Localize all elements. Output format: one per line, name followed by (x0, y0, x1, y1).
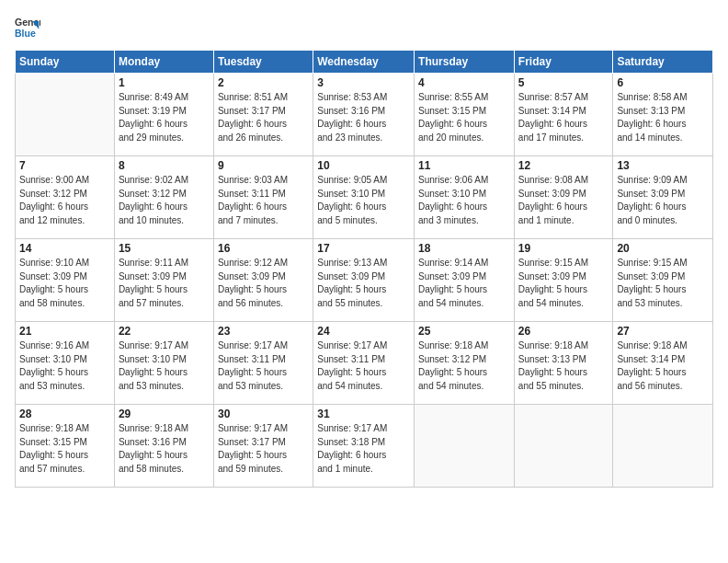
calendar-cell (514, 405, 613, 488)
day-number: 5 (518, 76, 609, 89)
calendar-cell: 8Sunrise: 9:02 AM Sunset: 3:12 PM Daylig… (114, 156, 213, 239)
day-number: 31 (317, 408, 410, 420)
day-number: 12 (518, 159, 609, 172)
calendar-cell: 27Sunrise: 9:18 AM Sunset: 3:14 PM Dayli… (613, 322, 713, 405)
day-info: Sunrise: 9:18 AM Sunset: 3:13 PM Dayligh… (518, 339, 609, 393)
day-number: 17 (317, 242, 410, 255)
day-info: Sunrise: 9:11 AM Sunset: 3:09 PM Dayligh… (119, 257, 210, 310)
header: General Blue (15, 15, 713, 40)
calendar-cell: 18Sunrise: 9:14 AM Sunset: 3:09 PM Dayli… (415, 239, 515, 322)
weekday-header-row: SundayMondayTuesdayWednesdayThursdayFrid… (16, 51, 713, 74)
calendar-cell: 13Sunrise: 9:09 AM Sunset: 3:09 PM Dayli… (613, 156, 713, 239)
weekday-header-sunday: Sunday (16, 51, 115, 74)
day-info: Sunrise: 9:16 AM Sunset: 3:10 PM Dayligh… (19, 339, 110, 393)
day-info: Sunrise: 9:06 AM Sunset: 3:10 PM Dayligh… (418, 174, 510, 227)
day-info: Sunrise: 9:00 AM Sunset: 3:12 PM Dayligh… (19, 174, 110, 227)
day-number: 18 (418, 242, 510, 255)
svg-text:Blue: Blue (15, 28, 36, 39)
day-info: Sunrise: 9:15 AM Sunset: 3:09 PM Dayligh… (518, 257, 609, 310)
day-info: Sunrise: 9:17 AM Sunset: 3:11 PM Dayligh… (317, 339, 410, 393)
calendar-cell: 7Sunrise: 9:00 AM Sunset: 3:12 PM Daylig… (16, 156, 115, 239)
day-info: Sunrise: 8:51 AM Sunset: 3:17 PM Dayligh… (218, 91, 309, 144)
day-number: 20 (617, 242, 709, 255)
calendar-cell: 2Sunrise: 8:51 AM Sunset: 3:17 PM Daylig… (213, 74, 313, 156)
day-info: Sunrise: 9:14 AM Sunset: 3:09 PM Dayligh… (418, 257, 510, 310)
day-number: 11 (418, 159, 510, 172)
calendar-cell: 30Sunrise: 9:17 AM Sunset: 3:17 PM Dayli… (213, 405, 313, 488)
calendar-cell: 17Sunrise: 9:13 AM Sunset: 3:09 PM Dayli… (313, 239, 415, 322)
day-info: Sunrise: 9:17 AM Sunset: 3:11 PM Dayligh… (218, 339, 309, 393)
day-number: 16 (218, 242, 309, 255)
calendar-cell: 5Sunrise: 8:57 AM Sunset: 3:14 PM Daylig… (514, 74, 613, 156)
calendar-table: SundayMondayTuesdayWednesdayThursdayFrid… (15, 50, 713, 488)
day-info: Sunrise: 9:17 AM Sunset: 3:18 PM Dayligh… (317, 422, 410, 476)
logo: General Blue (15, 15, 40, 40)
day-number: 14 (19, 242, 110, 255)
day-number: 23 (218, 325, 309, 338)
calendar-week-5: 28Sunrise: 9:18 AM Sunset: 3:15 PM Dayli… (16, 405, 713, 488)
calendar-cell: 11Sunrise: 9:06 AM Sunset: 3:10 PM Dayli… (415, 156, 515, 239)
calendar-cell: 24Sunrise: 9:17 AM Sunset: 3:11 PM Dayli… (313, 322, 415, 405)
day-info: Sunrise: 9:10 AM Sunset: 3:09 PM Dayligh… (19, 257, 110, 310)
day-info: Sunrise: 9:18 AM Sunset: 3:14 PM Dayligh… (617, 339, 709, 393)
calendar-cell: 28Sunrise: 9:18 AM Sunset: 3:15 PM Dayli… (16, 405, 115, 488)
day-number: 8 (119, 159, 210, 172)
day-info: Sunrise: 8:57 AM Sunset: 3:14 PM Dayligh… (518, 91, 609, 144)
day-number: 4 (418, 76, 510, 89)
day-number: 15 (119, 242, 210, 255)
day-info: Sunrise: 9:18 AM Sunset: 3:15 PM Dayligh… (19, 422, 110, 476)
calendar-cell: 4Sunrise: 8:55 AM Sunset: 3:15 PM Daylig… (415, 74, 515, 156)
day-info: Sunrise: 9:17 AM Sunset: 3:10 PM Dayligh… (119, 339, 210, 393)
calendar-week-4: 21Sunrise: 9:16 AM Sunset: 3:10 PM Dayli… (16, 322, 713, 405)
day-number: 2 (218, 76, 309, 89)
calendar-week-2: 7Sunrise: 9:00 AM Sunset: 3:12 PM Daylig… (16, 156, 713, 239)
calendar-week-3: 14Sunrise: 9:10 AM Sunset: 3:09 PM Dayli… (16, 239, 713, 322)
day-number: 30 (218, 408, 309, 420)
day-info: Sunrise: 9:03 AM Sunset: 3:11 PM Dayligh… (218, 174, 309, 227)
calendar-cell (613, 405, 713, 488)
day-number: 26 (518, 325, 609, 338)
calendar-cell: 20Sunrise: 9:15 AM Sunset: 3:09 PM Dayli… (613, 239, 713, 322)
day-info: Sunrise: 9:13 AM Sunset: 3:09 PM Dayligh… (317, 257, 410, 310)
day-info: Sunrise: 9:18 AM Sunset: 3:16 PM Dayligh… (119, 422, 210, 476)
day-number: 22 (119, 325, 210, 338)
weekday-header-friday: Friday (514, 51, 613, 74)
day-info: Sunrise: 9:18 AM Sunset: 3:12 PM Dayligh… (418, 339, 510, 393)
day-info: Sunrise: 9:02 AM Sunset: 3:12 PM Dayligh… (119, 174, 210, 227)
main-container: General Blue SundayMondayTuesdayWednesda… (0, 0, 728, 495)
day-info: Sunrise: 8:55 AM Sunset: 3:15 PM Dayligh… (418, 91, 510, 144)
calendar-cell: 14Sunrise: 9:10 AM Sunset: 3:09 PM Dayli… (16, 239, 115, 322)
day-info: Sunrise: 9:08 AM Sunset: 3:09 PM Dayligh… (518, 174, 609, 227)
calendar-cell: 9Sunrise: 9:03 AM Sunset: 3:11 PM Daylig… (213, 156, 313, 239)
day-number: 3 (317, 76, 410, 89)
calendar-cell: 31Sunrise: 9:17 AM Sunset: 3:18 PM Dayli… (313, 405, 415, 488)
day-number: 13 (617, 159, 709, 172)
day-number: 29 (119, 408, 210, 420)
calendar-cell: 25Sunrise: 9:18 AM Sunset: 3:12 PM Dayli… (415, 322, 515, 405)
calendar-cell: 12Sunrise: 9:08 AM Sunset: 3:09 PM Dayli… (514, 156, 613, 239)
calendar-cell (415, 405, 515, 488)
day-number: 7 (19, 159, 110, 172)
calendar-cell (16, 74, 115, 156)
day-info: Sunrise: 9:12 AM Sunset: 3:09 PM Dayligh… (218, 257, 309, 310)
calendar-cell: 3Sunrise: 8:53 AM Sunset: 3:16 PM Daylig… (313, 74, 415, 156)
logo-icon: General Blue (15, 15, 40, 40)
day-number: 27 (617, 325, 709, 338)
calendar-week-1: 1Sunrise: 8:49 AM Sunset: 3:19 PM Daylig… (16, 74, 713, 156)
day-number: 28 (19, 408, 110, 420)
day-info: Sunrise: 9:05 AM Sunset: 3:10 PM Dayligh… (317, 174, 410, 227)
day-number: 9 (218, 159, 309, 172)
calendar-cell: 1Sunrise: 8:49 AM Sunset: 3:19 PM Daylig… (114, 74, 213, 156)
day-info: Sunrise: 9:17 AM Sunset: 3:17 PM Dayligh… (218, 422, 309, 476)
day-info: Sunrise: 9:15 AM Sunset: 3:09 PM Dayligh… (617, 257, 709, 310)
weekday-header-saturday: Saturday (613, 51, 713, 74)
day-number: 6 (617, 76, 709, 89)
weekday-header-thursday: Thursday (415, 51, 515, 74)
day-number: 25 (418, 325, 510, 338)
weekday-header-tuesday: Tuesday (213, 51, 313, 74)
calendar-cell: 15Sunrise: 9:11 AM Sunset: 3:09 PM Dayli… (114, 239, 213, 322)
calendar-cell: 22Sunrise: 9:17 AM Sunset: 3:10 PM Dayli… (114, 322, 213, 405)
day-number: 1 (119, 76, 210, 89)
calendar-cell: 16Sunrise: 9:12 AM Sunset: 3:09 PM Dayli… (213, 239, 313, 322)
calendar-cell: 6Sunrise: 8:58 AM Sunset: 3:13 PM Daylig… (613, 74, 713, 156)
